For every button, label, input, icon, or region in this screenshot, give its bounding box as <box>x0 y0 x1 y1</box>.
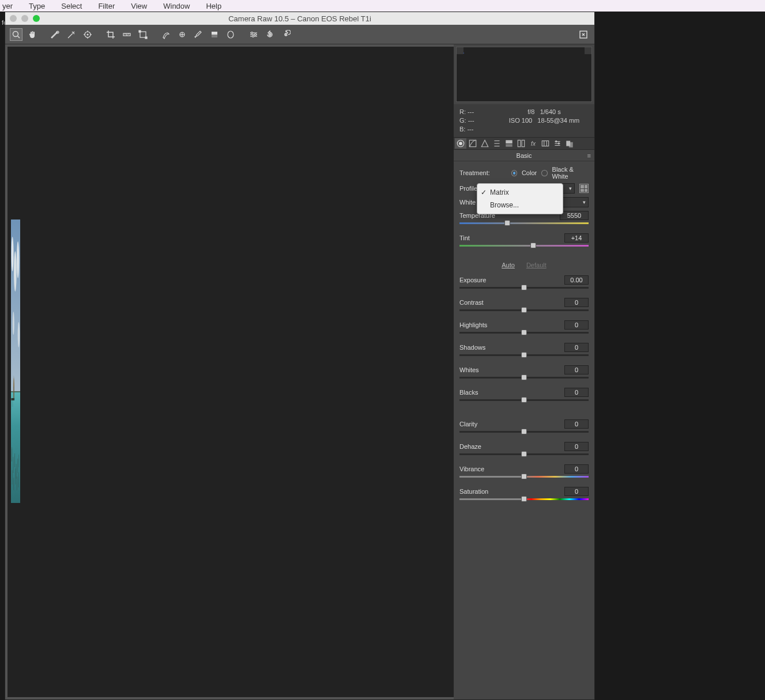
shadows-input[interactable] <box>564 343 589 352</box>
tint-slider[interactable] <box>459 245 589 247</box>
radial-filter-tool-icon[interactable] <box>224 28 237 41</box>
menu-item-select[interactable]: Select <box>53 1 90 12</box>
exif-aperture: f/8 <box>527 108 534 115</box>
shadows-label: Shadows <box>459 344 485 351</box>
shadows-slider[interactable] <box>459 354 589 356</box>
menu-item-layer[interactable]: yer <box>0 1 21 12</box>
vibrance-input[interactable] <box>564 464 589 474</box>
spot-removal-tool-icon[interactable] <box>160 28 172 41</box>
contrast-label: Contrast <box>459 299 484 306</box>
treatment-bw-radio[interactable] <box>541 170 547 176</box>
blacks-input[interactable] <box>564 388 589 397</box>
tab-hsl-icon[interactable] <box>491 138 503 149</box>
tab-curve-icon[interactable] <box>467 138 478 149</box>
preferences-icon[interactable] <box>247 28 260 41</box>
shadow-clip-warning-icon[interactable] <box>457 47 463 54</box>
clarity-slider[interactable] <box>459 431 589 433</box>
hand-tool-icon[interactable] <box>26 28 39 41</box>
dehaze-slider[interactable] <box>459 453 589 455</box>
contrast-slider[interactable] <box>459 309 589 311</box>
rgb-b-value: B: --- <box>459 125 500 134</box>
tab-snapshots-icon[interactable] <box>564 138 575 149</box>
menu-item-window[interactable]: Window <box>155 1 198 12</box>
tab-basic-icon[interactable] <box>455 138 466 149</box>
saturation-input[interactable] <box>564 487 589 496</box>
auto-button[interactable]: Auto <box>502 262 515 268</box>
svg-rect-49 <box>506 144 512 147</box>
tab-lens-icon[interactable] <box>515 138 527 149</box>
tab-calibration-icon[interactable] <box>540 138 551 149</box>
red-eye-tool-icon[interactable] <box>176 28 189 41</box>
svg-point-4 <box>87 34 88 35</box>
svg-point-58 <box>556 141 557 142</box>
treatment-label: Treatment: <box>459 169 507 176</box>
targeted-adjustment-tool-icon[interactable] <box>81 28 94 41</box>
vibrance-slider[interactable] <box>459 476 589 478</box>
whites-slider[interactable] <box>459 377 589 379</box>
color-sampler-tool-icon[interactable] <box>65 28 78 41</box>
exposure-label: Exposure <box>459 277 486 283</box>
svg-point-34 <box>18 322 20 347</box>
temperature-slider[interactable] <box>459 222 589 224</box>
menu-item-type[interactable]: Type <box>21 1 53 12</box>
crop-tool-icon[interactable] <box>104 28 117 41</box>
default-button[interactable]: Default <box>526 262 547 268</box>
info-bar: R: --- G: --- B: --- f/8 1/640 s ISO 100… <box>454 104 594 137</box>
svg-rect-48 <box>506 140 512 143</box>
window-zoom-button[interactable] <box>33 15 40 22</box>
image-preview[interactable] <box>5 44 454 699</box>
histogram[interactable] <box>456 47 592 102</box>
profile-browser-icon[interactable] <box>579 184 589 193</box>
saturation-label: Saturation <box>459 488 488 495</box>
highlights-slider[interactable] <box>459 332 589 334</box>
saturation-slider[interactable] <box>459 498 589 500</box>
svg-point-33 <box>13 312 14 335</box>
menu-item-view[interactable]: View <box>123 1 155 12</box>
dehaze-input[interactable] <box>564 442 589 451</box>
highlights-input[interactable] <box>564 320 589 330</box>
dehaze-label: Dehaze <box>459 443 481 450</box>
svg-rect-44 <box>469 140 476 146</box>
svg-rect-50 <box>518 140 521 146</box>
blacks-slider[interactable] <box>459 399 589 401</box>
whites-input[interactable] <box>564 365 589 374</box>
clarity-input[interactable] <box>564 419 589 429</box>
tab-split-icon[interactable] <box>503 138 515 149</box>
menu-item-help[interactable]: Help <box>198 1 229 12</box>
treatment-color-label: Color <box>522 169 537 176</box>
straighten-tool-icon[interactable] <box>120 28 133 41</box>
exposure-slider[interactable] <box>459 287 589 289</box>
profile-option-matrix[interactable]: Matrix <box>477 186 563 199</box>
rotate-ccw-icon[interactable] <box>263 28 276 41</box>
fullscreen-toggle-icon[interactable] <box>577 28 590 41</box>
window-minimize-button[interactable] <box>21 15 28 22</box>
adjustment-brush-tool-icon[interactable] <box>192 28 205 41</box>
preview-image <box>11 220 20 503</box>
rgb-r-value: R: --- <box>459 108 500 116</box>
toolbar <box>5 25 594 44</box>
svg-line-1 <box>18 36 20 38</box>
white-balance-tool-icon[interactable] <box>49 28 62 41</box>
menu-item-filter[interactable]: Filter <box>90 1 123 12</box>
panel-menu-icon[interactable]: ≡ <box>587 152 591 159</box>
window-close-button[interactable] <box>10 15 17 22</box>
svg-point-25 <box>251 32 253 33</box>
profile-option-browse[interactable]: Browse... <box>477 199 563 211</box>
transform-tool-icon[interactable] <box>137 28 149 41</box>
tab-fx-icon[interactable]: fx <box>527 138 539 149</box>
highlight-clip-warning-icon[interactable] <box>585 47 591 54</box>
rotate-cw-icon[interactable] <box>280 28 292 41</box>
exif-shutter: 1/640 s <box>540 108 561 115</box>
treatment-color-radio[interactable] <box>511 170 517 176</box>
zoom-tool-icon[interactable] <box>10 28 22 41</box>
rgb-g-value: G: --- <box>459 116 500 125</box>
tab-detail-icon[interactable] <box>479 138 491 149</box>
temperature-input[interactable] <box>560 211 589 220</box>
tint-input[interactable] <box>564 233 589 243</box>
contrast-input[interactable] <box>564 298 589 307</box>
tab-presets-icon[interactable] <box>552 138 563 149</box>
graduated-filter-tool-icon[interactable] <box>208 28 221 41</box>
exposure-input[interactable] <box>564 275 589 285</box>
window-title: Camera Raw 10.5 – Canon EOS Rebel T1i <box>5 14 594 23</box>
svg-point-27 <box>253 35 254 37</box>
